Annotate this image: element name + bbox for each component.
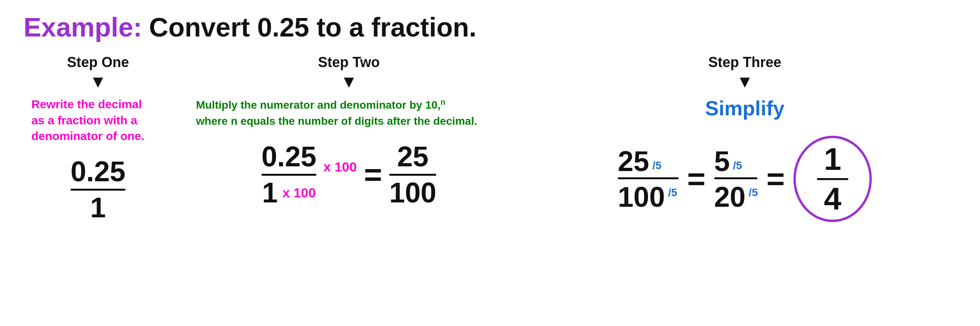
step-one-description: Rewrite the decimal as a fraction with a…	[31, 97, 144, 144]
final-numerator: 1	[824, 142, 842, 178]
final-answer-circle: 1 4	[793, 136, 872, 222]
step3-equals1: =	[687, 163, 706, 195]
step2-frac2: 25 100	[389, 141, 436, 208]
step3-math: 25 /5 100 /5 = 5 /5	[618, 136, 872, 222]
step3-frac2-bottom: 20 /5	[714, 181, 758, 213]
step-two-arrow: ▼	[340, 73, 358, 90]
step3-frac1-bottom: 100 /5	[618, 181, 677, 213]
step-three-description: Simplify	[705, 97, 784, 120]
step-two-math: 0.25 1 x 100 x 100 =	[261, 141, 436, 208]
step3-frac2-line	[714, 177, 757, 179]
step2-mult-num-area: x 100	[322, 160, 357, 177]
step3-div1-num: /5	[652, 159, 661, 172]
step2-multiplier-num: x 100	[323, 160, 357, 173]
step3-frac1-line	[618, 177, 679, 179]
step-one-fraction: 0.25 1	[71, 156, 125, 223]
step2-frac2-numerator: 25	[397, 141, 428, 174]
step3-frac1-top: 25 /5	[618, 145, 661, 177]
step3-frac2-group: 5 /5 20 /5	[714, 145, 758, 213]
step3-frac1-group: 25 /5 100 /5	[618, 145, 679, 213]
final-denominator: 4	[824, 180, 842, 216]
title-row: Example: Convert 0.25 to a fraction.	[24, 12, 956, 42]
step3-frac2-denominator: 20	[714, 181, 746, 213]
step3-frac2-top: 5 /5	[714, 145, 742, 177]
step3-frac1-denominator: 100	[618, 181, 665, 213]
step-three-label: Step Three	[708, 54, 781, 71]
step3-div2-num: /5	[733, 159, 742, 172]
step-one-arrow: ▼	[89, 73, 107, 90]
step2-multiplier-den: x 100	[283, 186, 316, 199]
step-three-col: Step Three ▼ Simplify 25 /5 100 /5 =	[533, 54, 956, 222]
frac1-numerator: 0.25	[71, 156, 125, 189]
step-three-arrow: ▼	[736, 73, 753, 90]
step-two-description: Multiply the numerator and denominator b…	[196, 97, 477, 129]
fraction-1: 0.25 1	[71, 156, 125, 223]
step2-equals: =	[364, 159, 382, 190]
step2-frac1-denominator: 1 x 100	[262, 176, 316, 208]
step2-frac1-group: 0.25 1 x 100 x 100	[261, 141, 357, 208]
step3-div2-den: /5	[749, 186, 758, 199]
step-two-col: Step Two ▼ Multiply the numerator and de…	[196, 54, 502, 208]
step-one-col: Step One ▼ Rewrite the decimal as a frac…	[24, 54, 172, 223]
page: Example: Convert 0.25 to a fraction. Ste…	[0, 0, 980, 326]
main-title: Convert 0.25 to a fraction.	[149, 12, 476, 42]
steps-container: Step One ▼ Rewrite the decimal as a frac…	[24, 54, 956, 223]
frac1-denominator: 1	[90, 191, 106, 223]
step-two-label: Step Two	[318, 54, 379, 71]
final-fraction: 1 4	[817, 142, 848, 216]
step3-equals2: =	[766, 163, 785, 195]
step2-frac1: 0.25 1 x 100	[261, 141, 316, 208]
example-label: Example:	[24, 12, 142, 42]
step-one-label: Step One	[67, 54, 129, 71]
step2-frac1-numerator: 0.25	[261, 141, 316, 174]
step3-div1-den: /5	[668, 186, 677, 199]
step3-frac2-numerator: 5	[714, 145, 730, 177]
step2-frac2-denominator: 100	[389, 176, 436, 208]
step3-frac1-numerator: 25	[618, 145, 649, 177]
